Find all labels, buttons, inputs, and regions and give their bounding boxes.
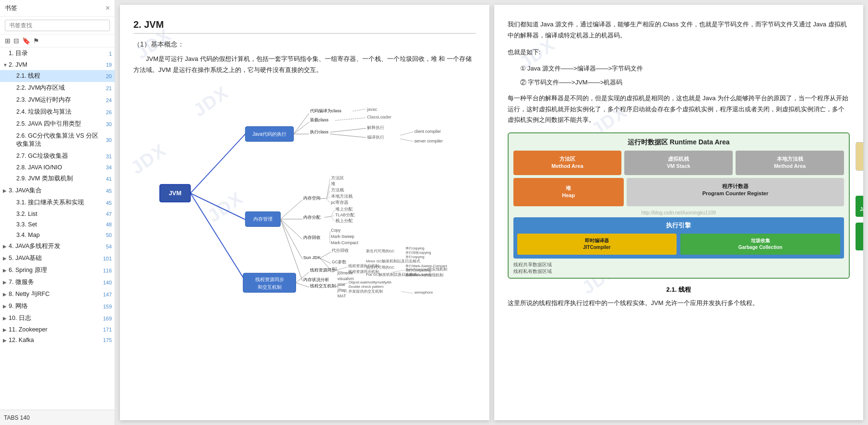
nav-item-label: 2.8. JAVA IO/NIO [16,164,98,171]
sidebar-item-item-11[interactable]: ▶11. Zookeeper171 [0,324,115,335]
svg-text:Java代码的执行: Java代码的执行 [252,131,286,137]
svg-line-48 [331,210,334,216]
sidebar-item-item-1[interactable]: 1. 目录1 [0,47,115,59]
nav-item-label: 2.3. JVM运行时内存 [16,96,98,104]
sidebar-item-item-2-5[interactable]: 2.5. JAVA 四中引用类型30 [0,118,115,130]
svg-text:解释执行: 解释执行 [367,125,384,130]
nav-item-page: 19 [98,62,112,68]
collapse-all-icon[interactable]: ⊟ [13,37,19,45]
sidebar-item-item-3-4[interactable]: 3.4. Map50 [0,230,115,240]
svg-line-0 [190,134,245,193]
svg-text:并行Compacting: 并行Compacting [405,268,431,272]
sidebar-item-item-2-8[interactable]: 2.8. JAVA IO/NIO34 [0,162,115,173]
close-icon[interactable]: × [106,4,110,12]
method-area-cell: 方法区 Method Area [513,151,622,175]
expand-arrow[interactable]: ▶ [3,268,9,273]
svg-line-62 [320,252,331,258]
nav-item-page: 147 [98,292,112,297]
expand-arrow[interactable]: ▶ [3,292,9,297]
sidebar-item-item-4[interactable]: ▶4. JAVA多线程开发54 [0,240,115,252]
expand-all-icon[interactable]: ⊞ [5,37,11,45]
sidebar-item-item-2[interactable]: ▼2. JVM19 [0,59,115,70]
svg-text:堆上分配: 堆上分配 [335,207,353,212]
expand-arrow[interactable]: ▶ [3,244,9,249]
search-input[interactable] [5,20,110,31]
sidebar-item-item-10[interactable]: ▶10. 日志169 [0,312,115,324]
svg-line-85 [296,283,309,287]
expand-arrow[interactable]: ▶ [3,256,9,261]
sidebar-item-item-3-3[interactable]: 3.3. Set48 [0,219,115,230]
program-counter-cell: 程序计数器 Program Counter Register [627,178,844,206]
section-body: 这里所说的线程指程序执行过程中的一个线程实体。JVM 允许一个应用并发执行多个线… [508,298,850,309]
runtime-diagram: 运行时数据区 Runtime Data Area 方法区 Method Area… [508,132,850,279]
native-lib-block: 本地方法库 Native Method Libraries [856,223,863,250]
expand-arrow[interactable]: ▶ [3,316,9,321]
sidebar-item-item-2-6[interactable]: 2.6. GC分代收集算法 VS 分区收集算法30 [0,130,115,150]
svg-text:semaphore: semaphore [414,290,433,295]
sidebar-item-item-3[interactable]: ▶3. JAVA集合45 [0,185,115,197]
svg-text:方法区: 方法区 [331,175,344,180]
bookmark-icon[interactable]: 🔖 [22,37,30,45]
sidebar-item-item-5[interactable]: ▶5. JAVA基础101 [0,252,115,264]
nav-item-page: 30 [98,121,112,127]
sidebar-nav: 1. 目录1▼2. JVM19 2.1. 线程20 2.2. JVM内存区域21… [0,47,115,410]
page-title: 2. JVM [133,19,476,34]
sidebar-item-item-9[interactable]: ▶9. 网络159 [0,300,115,312]
svg-line-24 [330,134,366,137]
svg-line-60 [280,219,302,259]
nav-item-label: 2.5. JAVA 四中引用类型 [16,120,98,128]
sidebar-item-item-2-9[interactable]: 2.9. JVM 类加载机制41 [0,173,115,185]
pdf-viewer: JDX JDX JDX JDX 2. JVM （1）基本概念： JVM是可运行 … [115,0,868,425]
nav-item-page: 54 [98,244,112,249]
expand-arrow[interactable]: ▶ [3,188,9,193]
expand-arrow[interactable]: ▼ [3,62,9,68]
native-method-cell: 本地方法栈 Method Area [736,151,844,175]
sidebar-item-item-2-7[interactable]: 2.7. GC垃圾收集器31 [0,150,115,162]
sidebar-item-item-2-3[interactable]: 2.3. JVM运行时内存24 [0,94,115,106]
svg-line-22 [330,128,366,132]
svg-line-14 [353,109,366,111]
sidebar-item-item-2-4[interactable]: 2.4. 垃圾回收与算法26 [0,106,115,118]
nav-item-page: 169 [98,316,112,321]
svg-line-59 [330,238,330,243]
svg-text:并行回收copying: 并行回收copying [405,250,431,255]
nav-item-page: 41 [98,176,112,182]
svg-text:内存空间: 内存空间 [303,195,321,200]
svg-text:本地方法栈: 本地方法栈 [331,194,353,199]
nav-item-label: 1. 目录 [9,49,98,58]
sidebar-item-item-2-2[interactable]: 2.2. JVM内存区域21 [0,82,115,94]
sidebar-item-item-7[interactable]: ▶7. 微服务140 [0,276,115,288]
bookmark-outline-icon[interactable]: ⚑ [33,37,39,45]
svg-line-52 [280,219,302,239]
expand-arrow[interactable]: ▶ [3,327,9,332]
sidebar-toolbar: ⊞ ⊟ 🔖 ⚑ [0,35,115,47]
svg-text:Mark-Compact: Mark-Compact [331,240,359,245]
expand-arrow[interactable]: ▶ [3,338,9,343]
svg-line-30 [280,200,302,219]
svg-line-18 [335,118,366,120]
sidebar-item-item-8[interactable]: ▶8. Netty 与RFC147 [0,288,115,300]
expand-arrow[interactable]: ▶ [3,304,9,309]
sidebar-item-item-12[interactable]: ▶12. Kafka175 [0,335,115,345]
nav-item-label: 2.4. 垃圾回收与算法 [16,108,98,116]
svg-line-68 [280,219,302,281]
pdf-page-right[interactable]: JDX JDX JDX JDX 我们都知道 Java 源文件，通过编译器，能够生… [494,5,864,420]
svg-text:内存管理: 内存管理 [253,216,273,222]
tabs-label: TABS 140 [4,414,30,421]
exec-engine-title: 执行引擎 [517,221,841,230]
expand-arrow[interactable]: ▶ [3,280,9,285]
pdf-page-left[interactable]: JDX JDX JDX JDX 2. JVM （1）基本概念： JVM是可运行 … [120,5,489,420]
svg-text:GC参数: GC参数 [332,260,346,264]
svg-text:内存回收: 内存回收 [303,235,321,239]
heap-cell: 堆 Heap [513,178,624,206]
sidebar-item-item-2-1[interactable]: 2.1. 线程20 [0,70,115,82]
sidebar-item-item-3-1[interactable]: 3.1. 接口继承关系和实现45 [0,197,115,209]
nav-item-label: 2.9. JVM 类加载机制 [16,175,98,183]
nav-item-page: 48 [98,222,112,227]
sidebar-item-item-3-2[interactable]: 3.2. List47 [0,209,115,219]
page-body1: JVM是可运行 Java 代码的假想计算机，包括一套字节码指令集、一组寄存器、一… [133,54,476,76]
sidebar-item-item-6[interactable]: ▶6. Spring 原理116 [0,264,115,276]
nav-item-label: 2.6. GC分代收集算法 VS 分区收集算法 [16,132,98,148]
nav-item-label: 6. Spring 原理 [9,266,98,274]
jit-cell: 即时编译器 JITCompiler [517,234,677,255]
